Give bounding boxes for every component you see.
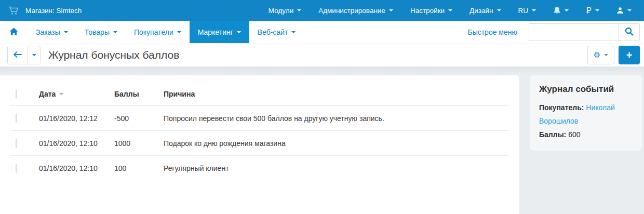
date-cell: 01/16/2020, 12:10: [39, 164, 114, 172]
points-cell: 1000: [114, 139, 164, 148]
card-title: Журнал событий: [539, 84, 633, 95]
page-title: Журнал бонусных баллов: [48, 49, 179, 61]
chevron-down-icon: [237, 31, 241, 33]
row-checkbox[interactable]: [16, 114, 17, 123]
chevron-down-icon: [113, 31, 117, 33]
main-navbar: Заказы Товары Покупатели Маркетинг Веб-с…: [0, 21, 644, 44]
points-cell: -500: [114, 114, 164, 123]
chevron-down-icon: [595, 9, 599, 11]
back-button[interactable]: [8, 46, 28, 64]
table-row: 01/16/2020, 12:10 1000 Подарок ко дню ро…: [10, 131, 509, 156]
topbar-menu-label: Модули: [269, 7, 293, 15]
gear-icon: ⚙: [594, 51, 600, 59]
chevron-down-icon: [64, 31, 68, 33]
topbar-menu-design[interactable]: Дизайн: [469, 7, 501, 15]
reason-cell: Попросил перевести свои 500 баллов на др…: [164, 114, 509, 123]
topbar-menu-currency[interactable]: [586, 7, 599, 14]
arrow-left-icon: [14, 51, 22, 59]
date-cell: 01/16/2020, 12:10: [39, 139, 114, 148]
select-all-checkbox[interactable]: [16, 89, 17, 99]
search-button[interactable]: [619, 24, 639, 41]
user-icon: [616, 7, 624, 14]
nav-item-label: Заказы: [36, 28, 60, 36]
customer-label: Покупатель:: [539, 103, 584, 112]
topbar-menu-settings[interactable]: Настройки: [410, 7, 452, 15]
chevron-down-icon: [497, 9, 501, 11]
search-group: [529, 23, 640, 41]
topbar-menu: Модули Администрирование Настройки Дизай…: [269, 6, 632, 15]
store-label: Магазин: Simtech: [25, 7, 82, 15]
quick-menu-link[interactable]: Быстрое меню: [467, 28, 517, 36]
checkbox-cell: [10, 114, 39, 123]
table-row: 01/16/2020, 12:10 100 Регулярный клиент: [10, 156, 509, 180]
bell-icon: [553, 6, 561, 15]
row-checkbox[interactable]: [16, 164, 17, 173]
search-icon: [625, 27, 634, 37]
topbar-menu-label: RU: [518, 7, 529, 15]
column-header-date[interactable]: Дата: [39, 90, 114, 98]
column-header-points[interactable]: Баллы: [114, 90, 164, 98]
topbar-menu-addons[interactable]: Модули: [269, 7, 301, 15]
nav-item-label: Маркетинг: [198, 28, 233, 36]
chevron-down-icon: [532, 9, 536, 11]
nav-item-orders[interactable]: Заказы: [28, 21, 76, 43]
reason-cell: Подарок ко дню рождения магазина: [164, 139, 509, 148]
page-actions: ⚙ +: [587, 46, 640, 64]
chevron-down-icon: [604, 54, 608, 56]
add-button[interactable]: +: [619, 46, 640, 64]
event-log-card: Журнал событий Покупатель: Николай Ворош…: [530, 75, 642, 151]
content-area: Дата Баллы Причина 01/16/2020, 12:12 -50…: [0, 66, 644, 214]
topbar-menu-notifications[interactable]: [553, 6, 569, 15]
table-header-row: Дата Баллы Причина: [10, 83, 509, 106]
points-log-panel: Дата Баллы Причина 01/16/2020, 12:12 -50…: [0, 75, 519, 214]
chevron-down-icon: [32, 54, 36, 56]
settings-gear-button[interactable]: ⚙: [587, 46, 614, 64]
topbar: Магазин: Simtech Модули Администрировани…: [0, 0, 644, 21]
nav-item-products[interactable]: Товары: [76, 21, 126, 43]
table-row: 01/16/2020, 12:12 -500 Попросил перевест…: [10, 106, 509, 131]
sort-desc-icon: [59, 93, 63, 95]
topbar-menu-label: Администрирование: [318, 7, 385, 15]
reason-cell: Регулярный клиент: [164, 164, 509, 172]
topbar-menu-label: Дизайн: [469, 7, 493, 15]
checkbox-cell: [10, 164, 39, 172]
nav-item-customers[interactable]: Покупатели: [126, 21, 190, 43]
page-header: Журнал бонусных баллов ⚙ +: [0, 44, 644, 66]
back-history-dropdown[interactable]: [28, 46, 40, 64]
topbar-menu-account[interactable]: [616, 7, 632, 14]
points-value: 600: [568, 130, 580, 139]
navbar-right: Быстрое меню: [467, 21, 640, 43]
search-input[interactable]: [529, 24, 619, 41]
chevron-down-icon: [389, 9, 393, 11]
column-header-reason[interactable]: Причина: [164, 90, 509, 98]
chevron-down-icon: [297, 9, 301, 11]
row-checkbox[interactable]: [16, 139, 17, 148]
nav-item-website[interactable]: Веб-сайт: [249, 21, 304, 43]
topbar-menu-label: Настройки: [410, 7, 445, 15]
points-label: Баллы:: [539, 130, 566, 139]
home-icon: [9, 28, 18, 37]
chevron-down-icon: [448, 9, 452, 11]
checkbox-cell: [10, 139, 39, 148]
chevron-down-icon: [627, 9, 632, 11]
nav-item-label: Товары: [85, 28, 110, 36]
back-button-group: [7, 46, 41, 64]
chevron-down-icon: [177, 31, 181, 33]
select-all-cell: [10, 90, 39, 98]
sidebar-column: Журнал событий Покупатель: Николай Ворош…: [519, 75, 644, 214]
chevron-down-icon: [291, 31, 296, 33]
topbar-menu-administration[interactable]: Администрирование: [318, 7, 393, 15]
nav-item-label: Покупатели: [134, 28, 173, 36]
store-selector[interactable]: Магазин: Simtech: [8, 6, 82, 15]
cart-icon: [8, 6, 19, 15]
nav-item-marketing[interactable]: Маркетинг: [190, 21, 249, 43]
chevron-down-icon: [565, 9, 569, 11]
card-body: Покупатель: Николай Ворошилов Баллы: 600: [539, 101, 633, 142]
home-button[interactable]: [0, 21, 28, 43]
date-cell: 01/16/2020, 12:12: [39, 114, 114, 123]
nav-item-label: Веб-сайт: [258, 28, 288, 36]
points-cell: 100: [114, 164, 164, 172]
column-label: Дата: [39, 90, 56, 98]
ruble-currency-icon: [586, 7, 592, 14]
topbar-menu-language[interactable]: RU: [518, 7, 536, 15]
